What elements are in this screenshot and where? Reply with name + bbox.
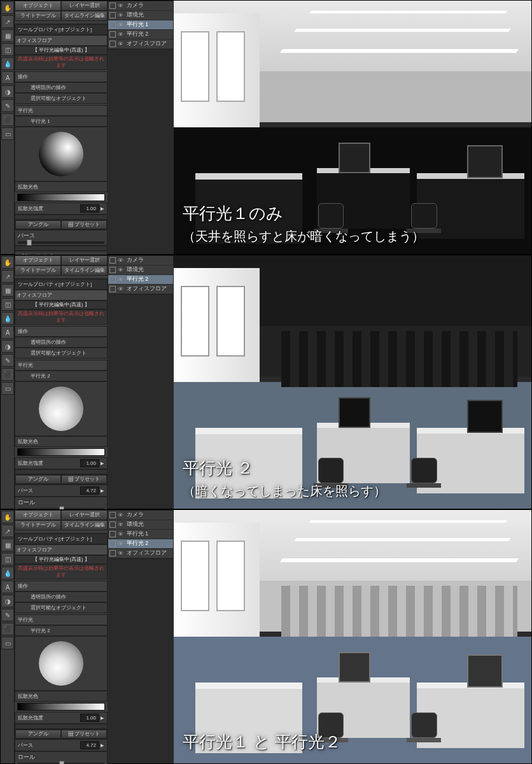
chevron-icon[interactable]: ▶ [101,206,104,211]
diffuse-strength-label: 拡散光強度 [18,460,80,467]
light-item[interactable]: 平行光 2 [15,371,108,381]
circle-icon[interactable]: ◑ [1,595,14,607]
perspective-value[interactable]: 4.72 [80,741,99,749]
palette-column: オブジェクト レイヤー選択 ライトテーブル タイムライン編集 ツールプロパティ[… [15,1,108,254]
diffuse-color-slider[interactable] [17,194,105,201]
light-item[interactable]: 平行光 1 [15,116,108,127]
obj-light1[interactable]: 👁平行光 1 [108,530,173,539]
obj-office-floor[interactable]: 👁オフィスフロア [108,39,173,49]
viewport-2[interactable]: 平行光 ２ （暗くなってしまった床を照らす） [174,255,531,509]
obj-camera[interactable]: 👁カメラ [108,511,173,520]
perspective-value[interactable]: 4.72 [80,486,99,495]
move-icon[interactable]: ↗ [1,15,14,28]
obj-light2[interactable]: 👁平行光 2 [108,539,173,549]
diffuse-color-slider[interactable] [17,703,105,711]
diffuse-strength-value[interactable]: 1.00 [80,204,99,213]
tab-timeline[interactable]: タイムライン編集 [61,265,108,276]
preset-button[interactable]: ▦ プリセット [61,475,107,484]
frame-icon[interactable]: ◫ [1,298,14,311]
opt-selectable[interactable]: 選択可能なオブジェクト [15,602,108,613]
opt-selectable[interactable]: 選択可能なオブジェクト [15,93,108,104]
obj-ambient[interactable]: 👁環境光 [108,520,173,530]
text-icon[interactable]: A [1,326,14,339]
obj-light2[interactable]: 👁平行光 2 [108,30,173,39]
drop-icon[interactable]: 💧 [1,57,14,70]
rect-icon[interactable]: ▭ [1,382,14,395]
angle-button[interactable]: アングル [15,220,61,229]
obj-camera[interactable]: 👁カメラ [108,1,173,11]
tab-object[interactable]: オブジェクト [15,1,61,11]
chevron-icon[interactable]: ▶ [101,488,104,493]
tab-layer-select[interactable]: レイヤー選択 [61,1,108,11]
pen-icon[interactable]: ✎ [1,99,14,112]
rect-icon[interactable]: ▭ [1,637,14,649]
frame-icon[interactable]: ◫ [1,553,14,565]
section-parallel-light: 平行光 [15,360,108,371]
light-preview[interactable] [15,127,108,181]
obj-ambient[interactable]: 👁環境光 [108,265,173,275]
chevron-icon[interactable]: ▶ [101,461,104,466]
move-icon[interactable]: ↗ [1,270,14,283]
tab-object[interactable]: オブジェクト [15,510,61,520]
tab-object[interactable]: オブジェクト [15,255,61,265]
preset-button[interactable]: ▦ プリセット [61,220,107,229]
text-icon[interactable]: A [1,581,14,593]
obj-ambient[interactable]: 👁環境光 [108,11,173,20]
tab-light-table[interactable]: ライトテーブル [15,520,61,530]
fill-icon[interactable]: ⬛ [1,368,14,381]
diffuse-strength-value[interactable]: 1.00 [80,459,99,467]
angle-button[interactable]: アングル [15,475,61,484]
tool-property-header: ツールプロパティ[オブジェクト] [15,279,108,290]
opt-transparent[interactable]: 透明箇所の操作 [15,337,108,348]
pen-icon[interactable]: ✎ [1,609,14,621]
light-item[interactable]: 平行光 2 [15,625,108,636]
diffuse-color-slider[interactable] [17,448,105,456]
hand-icon[interactable]: ✋ [1,511,14,523]
obj-office-floor[interactable]: 👁オフィスフロア [108,285,173,294]
opt-transparent[interactable]: 透明箇所の操作 [15,82,108,93]
drop-icon[interactable]: 💧 [1,312,14,325]
pen-icon[interactable]: ✎ [1,354,14,367]
fill-icon[interactable]: ⬛ [1,623,14,635]
tab-timeline[interactable]: タイムライン編集 [61,11,108,21]
caption-sub-1: （天井を照らすと床が暗くなってしまう） [183,228,424,245]
grid-icon[interactable]: ▦ [1,539,14,551]
diffuse-strength-value[interactable]: 1.00 [80,714,99,722]
tab-light-table[interactable]: ライトテーブル [15,11,61,21]
chevron-icon[interactable]: ▶ [101,716,104,721]
obj-light1[interactable]: 👁平行光 1 [108,20,173,30]
diffuse-color-label: 拡散光色 [18,438,104,445]
grid-icon[interactable]: ▦ [1,29,14,42]
frame-icon[interactable]: ◫ [1,43,14,56]
tab-light-table[interactable]: ライトテーブル [15,265,61,276]
light-preview[interactable] [15,381,108,436]
opt-transparent[interactable]: 透明箇所の操作 [15,591,108,602]
drop-icon[interactable]: 💧 [1,567,14,579]
viewport-3[interactable]: 平行光１ と 平行光２ [174,510,531,763]
chevron-icon[interactable]: ▶ [101,743,104,748]
obj-camera[interactable]: 👁カメラ [108,256,173,265]
tab-layer-select[interactable]: レイヤー選択 [61,510,108,520]
perspective-row[interactable]: パース [15,230,108,246]
light-preview[interactable] [15,636,108,691]
tab-timeline[interactable]: タイムライン編集 [61,520,108,530]
fill-icon[interactable]: ⬛ [1,113,14,126]
circle-icon[interactable]: ◑ [1,85,14,98]
viewport-1[interactable]: 平行光１のみ （天井を照らすと床が暗くなってしまう） [174,1,531,254]
text-icon[interactable]: A [1,71,14,84]
hand-icon[interactable]: ✋ [1,1,14,14]
roll-row[interactable]: ロール [15,751,108,764]
angle-button[interactable]: アングル [15,730,61,739]
grid-icon[interactable]: ▦ [1,284,14,297]
speed-warning: 高速表示時は効果等の表示は省略されます [15,55,108,70]
rect-icon[interactable]: ▭ [1,127,14,140]
circle-icon[interactable]: ◑ [1,340,14,353]
preset-button[interactable]: ▦ プリセット [61,730,107,739]
tool-property-panel: ツールプロパティ[オブジェクト] オフィスフロア 【 平行光編集中(高速) 】 … [15,24,108,267]
obj-light2[interactable]: 👁平行光 2 [108,275,173,285]
obj-office-floor[interactable]: 👁オフィスフロア [108,549,173,558]
move-icon[interactable]: ↗ [1,525,14,537]
tab-layer-select[interactable]: レイヤー選択 [61,255,108,265]
opt-selectable[interactable]: 選択可能なオブジェクト [15,348,108,358]
hand-icon[interactable]: ✋ [1,256,14,269]
